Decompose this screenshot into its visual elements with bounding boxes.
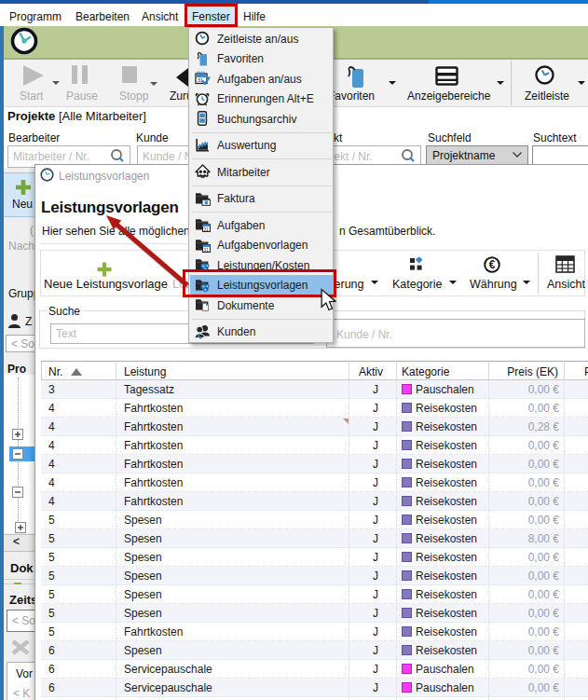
svg-text:€: € [489,258,496,271]
svg-text:31: 31 [203,227,209,232]
svg-text:31: 31 [203,247,209,252]
